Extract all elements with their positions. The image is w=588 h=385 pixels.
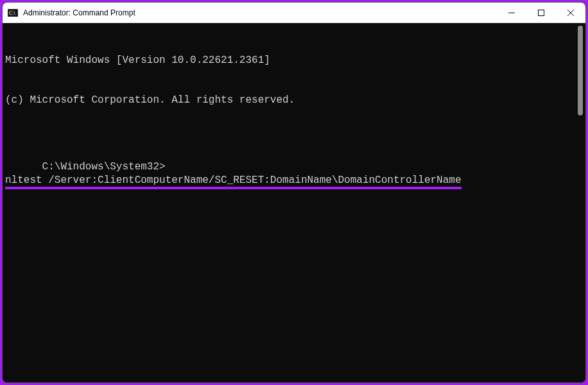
svg-rect-3 (539, 10, 544, 15)
scrollbar-thumb[interactable] (578, 26, 583, 116)
maximize-button[interactable] (526, 3, 556, 22)
svg-text:C:\: C:\ (9, 10, 16, 16)
cmd-icon: C:\ (8, 8, 18, 18)
window-controls (497, 3, 585, 22)
terminal-output-line: Microsoft Windows [Version 10.0.22621.23… (5, 54, 583, 67)
command-prompt-window: C:\ Administrator: Command Prompt Micros… (2, 2, 586, 383)
terminal-blank-line (5, 133, 583, 147)
titlebar[interactable]: C:\ Administrator: Command Prompt (3, 3, 585, 23)
highlight-underline (5, 187, 462, 189)
terminal-area[interactable]: Microsoft Windows [Version 10.0.22621.23… (3, 23, 585, 382)
close-button[interactable] (556, 3, 585, 22)
terminal-command: nltest /Server:ClientComputerName/SC_RES… (5, 175, 462, 186)
command-highlight-wrap: nltest /Server:ClientComputerName/SC_RES… (5, 174, 462, 187)
minimize-button[interactable] (497, 3, 526, 22)
terminal-prompt: C:\Windows\System32> (42, 161, 166, 173)
terminal-content: Microsoft Windows [Version 10.0.22621.23… (5, 27, 583, 200)
window-title: Administrator: Command Prompt (23, 8, 135, 17)
scrollbar-track[interactable] (576, 26, 584, 380)
terminal-output-line: (c) Microsoft Corporation. All rights re… (5, 94, 583, 107)
